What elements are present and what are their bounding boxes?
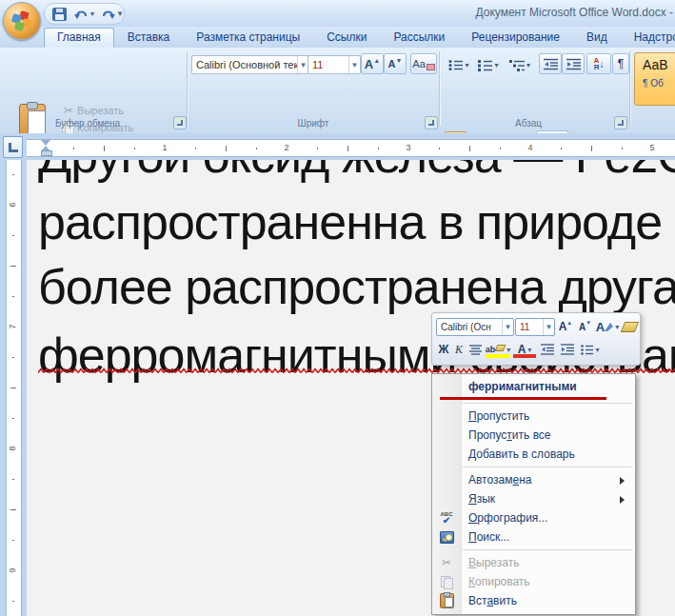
- mini-font-size-combo[interactable]: 11 ▼: [515, 318, 555, 336]
- shrink-font-button[interactable]: А▼: [384, 53, 407, 74]
- mini-increase-indent-button[interactable]: [558, 341, 577, 359]
- mini-font-color-button[interactable]: А ▾: [512, 341, 537, 358]
- document-area[interactable]: 6789 Другой оксид железа — Fe2O3 ч распр…: [0, 160, 675, 616]
- mini-align-center-button[interactable]: [467, 341, 484, 359]
- paragraph-dialog-launcher[interactable]: [614, 116, 627, 129]
- tab-selector[interactable]: [3, 136, 23, 158]
- font-dialog-launcher[interactable]: [425, 116, 438, 129]
- horizontal-ruler[interactable]: 12345: [27, 139, 675, 157]
- mini-shrink-font-button[interactable]: А▼: [576, 318, 594, 336]
- style-name: ¶ Об: [643, 78, 675, 89]
- menu-item-ignore[interactable]: Пропустить: [432, 407, 635, 426]
- undo-button[interactable]: ▾: [71, 6, 96, 23]
- vertical-ruler-zone: 6789: [0, 160, 27, 616]
- font-size-dropdown-arrow[interactable]: ▼: [348, 56, 360, 73]
- menu-suggestion-ferrimagnitnymi[interactable]: ферримагнитными: [432, 376, 635, 397]
- menu-item-ignore-all[interactable]: Пропустить все: [432, 426, 635, 445]
- ruler-tick: [12, 296, 14, 297]
- save-icon: [52, 8, 67, 21]
- ruler-number: 7: [8, 324, 17, 328]
- tab-strip: ГлавнаяВставкаРазметка страницыСсылкиРас…: [0, 27, 675, 48]
- mini-highlight-arrow[interactable]: ▾: [506, 346, 510, 354]
- style-normal-button[interactable]: АаВ ¶ Об: [634, 52, 675, 106]
- mini-bold-button[interactable]: Ж: [436, 341, 451, 359]
- menu-item-label: Копировать: [468, 575, 530, 588]
- mini-font-size-arrow[interactable]: ▼: [543, 319, 554, 335]
- tab-view[interactable]: Вид: [573, 28, 621, 48]
- left-indent-marker[interactable]: [41, 150, 52, 156]
- menu-item-cut: ✂Вырезать: [432, 553, 635, 572]
- vertical-ruler[interactable]: 6789: [6, 160, 22, 616]
- mini-font-color-arrow[interactable]: ▾: [527, 346, 531, 354]
- menu-item-autocorrect[interactable]: Автозамена: [432, 470, 635, 489]
- office-button[interactable]: [3, 2, 41, 40]
- multilevel-list-button[interactable]: ▾: [504, 54, 536, 75]
- numbering-dropdown-arrow[interactable]: ▾: [494, 61, 498, 70]
- undo-dropdown-arrow[interactable]: ▾: [90, 10, 94, 18]
- show-marks-button[interactable]: ¶: [612, 53, 629, 74]
- menu-item-label: Поиск...: [468, 530, 509, 544]
- sort-button[interactable]: А Я ↓: [586, 53, 611, 74]
- cut-icon: ✂: [442, 556, 451, 569]
- ruler-tick: [347, 146, 348, 151]
- bullets-dropdown-arrow[interactable]: ▾: [465, 61, 468, 70]
- grow-font-button[interactable]: А▲: [361, 53, 384, 74]
- customize-qat-button[interactable]: ▾: [112, 5, 128, 21]
- tab-mailings[interactable]: Рассылки: [380, 28, 458, 48]
- tab-page-layout[interactable]: Разметка страницы: [183, 28, 313, 48]
- tab-home[interactable]: Главная: [44, 28, 114, 48]
- clear-formatting-button[interactable]: Аа: [410, 53, 437, 74]
- ruler-belt: 12345: [0, 133, 675, 160]
- save-button[interactable]: [50, 6, 69, 23]
- menu-item-language[interactable]: Язык: [432, 489, 635, 508]
- bullets-button[interactable]: ▾: [445, 54, 473, 75]
- decrease-indent-button[interactable]: [539, 53, 562, 74]
- tab-addins[interactable]: Надстройки: [621, 28, 675, 48]
- numbering-button[interactable]: ▾: [473, 54, 504, 75]
- mini-bullets-icon: [581, 345, 593, 355]
- mini-font-name-arrow[interactable]: ▼: [502, 319, 513, 335]
- multilevel-list-icon: [509, 59, 525, 71]
- ruler-number: 6: [8, 202, 17, 207]
- tab-insert[interactable]: Вставка: [114, 28, 184, 48]
- mini-italic-button[interactable]: К: [452, 341, 466, 359]
- numbering-icon: [478, 59, 492, 71]
- document-line-3[interactable]: более распространена другая м: [38, 262, 675, 311]
- font-size-combo[interactable]: 11 ▼: [308, 55, 361, 74]
- ruler-tick: [622, 148, 623, 149]
- eraser-icon: [427, 64, 435, 70]
- menu-item-paste[interactable]: Вставить: [432, 591, 635, 610]
- mini-decrease-indent-button[interactable]: [538, 341, 557, 359]
- menu-item-add-to-dictionary[interactable]: Добавить в словарь: [432, 445, 635, 464]
- mini-grow-font-button[interactable]: А▲: [556, 318, 575, 336]
- clipboard-group-label: Буфер обмена: [2, 117, 173, 130]
- mini-highlight-button[interactable]: ab ▾: [485, 341, 511, 358]
- mini-styles-arrow[interactable]: ▾: [615, 323, 619, 331]
- title-bar: ▾ ▾ Документ Microsoft Office Word.docx …: [0, 0, 675, 28]
- clipboard-dialog-launcher[interactable]: [173, 116, 187, 129]
- mini-styles-button[interactable]: А ▾: [595, 318, 620, 336]
- tab-references[interactable]: Ссылки: [313, 28, 380, 48]
- mini-bullets-button[interactable]: ▾: [578, 341, 603, 359]
- mini-format-painter-button[interactable]: [621, 318, 638, 336]
- ruler-tick: [12, 540, 14, 541]
- menu-item-research[interactable]: Поиск...: [432, 527, 635, 546]
- mini-styles-brush-icon: [605, 323, 613, 331]
- ruler-number: 4: [527, 143, 532, 152]
- document-line-1[interactable]: Другой оксид железа — Fe2O3 ч: [38, 160, 675, 180]
- menu-item-spelling[interactable]: ABC✔Орфография...: [432, 508, 635, 527]
- suggestion-underline: [440, 397, 606, 400]
- document-line-2[interactable]: распространенна в природе (м: [38, 197, 675, 247]
- mini-italic-glyph: К: [455, 343, 463, 357]
- tab-review[interactable]: Рецензирование: [458, 28, 573, 48]
- ruler-tick: [10, 266, 16, 267]
- research-icon: [440, 531, 454, 544]
- font-name-combo[interactable]: Calibri (Основной тек ▼: [191, 55, 309, 74]
- mini-align-center-icon: [469, 345, 482, 355]
- mini-font-name-combo[interactable]: Calibri (Осн ▼: [436, 318, 514, 336]
- mini-bullets-arrow[interactable]: ▾: [595, 346, 599, 354]
- increase-indent-button[interactable]: [562, 53, 585, 74]
- mini-styles-glyph: А: [596, 320, 605, 334]
- multilevel-dropdown-arrow[interactable]: ▾: [526, 61, 530, 70]
- ruler-tick: [378, 148, 379, 149]
